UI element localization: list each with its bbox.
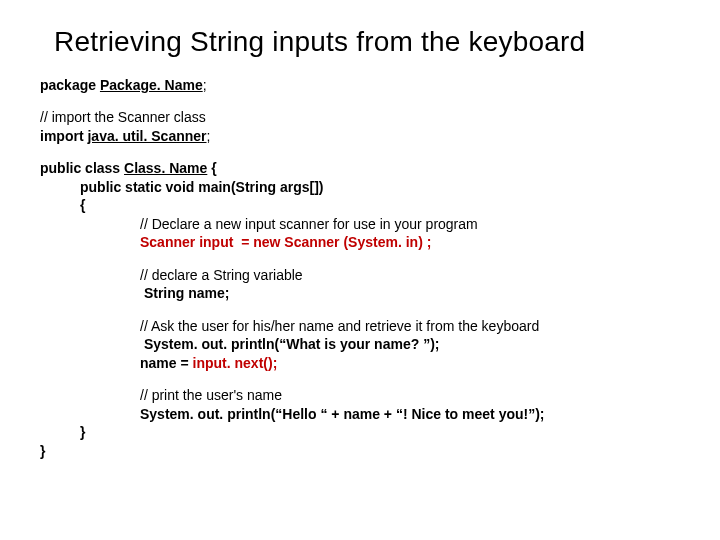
text: { (207, 160, 216, 176)
input-call: input. next(); (193, 355, 278, 371)
var-input: input (199, 234, 233, 250)
text: = new Scanner (System. in) ; (233, 234, 435, 250)
code-line: public class Class. Name { (40, 159, 680, 177)
code-line: System. out. println(“What is your name?… (40, 335, 680, 353)
kw-public-class: public class (40, 160, 124, 176)
package-name: Package. Name (100, 77, 203, 93)
code-line: String name; (40, 284, 680, 302)
code-block: package Package. Name; // import the Sca… (40, 76, 680, 460)
code-line: package Package. Name; (40, 76, 680, 94)
text: ; (207, 128, 211, 144)
kw-package: package (40, 77, 100, 93)
code-line-comment: // Declare a new input scanner for use i… (40, 215, 680, 233)
code-line: } (40, 423, 680, 441)
class-name: Class. Name (124, 160, 207, 176)
code-line-comment: // print the user's name (40, 386, 680, 404)
slide-title: Retrieving String inputs from the keyboa… (54, 26, 680, 58)
code-line: { (40, 196, 680, 214)
code-line-comment: // Ask the user for his/her name and ret… (40, 317, 680, 335)
text: name = (140, 355, 193, 371)
code-line: System. out. println(“Hello “ + name + “… (40, 405, 680, 423)
kw-import: import (40, 128, 87, 144)
code-line: Scanner input = new Scanner (System. in)… (40, 233, 680, 251)
import-path: java. util. Scanner (87, 128, 206, 144)
code-line: } (40, 442, 680, 460)
type-scanner: Scanner (140, 234, 199, 250)
text: ; (203, 77, 207, 93)
code-line-comment: // declare a String variable (40, 266, 680, 284)
code-line: name = input. next(); (40, 354, 680, 372)
code-line: import java. util. Scanner; (40, 127, 680, 145)
slide: Retrieving String inputs from the keyboa… (0, 0, 720, 540)
code-line-comment: // import the Scanner class (40, 108, 680, 126)
code-line: public static void main(String args[]) (40, 178, 680, 196)
